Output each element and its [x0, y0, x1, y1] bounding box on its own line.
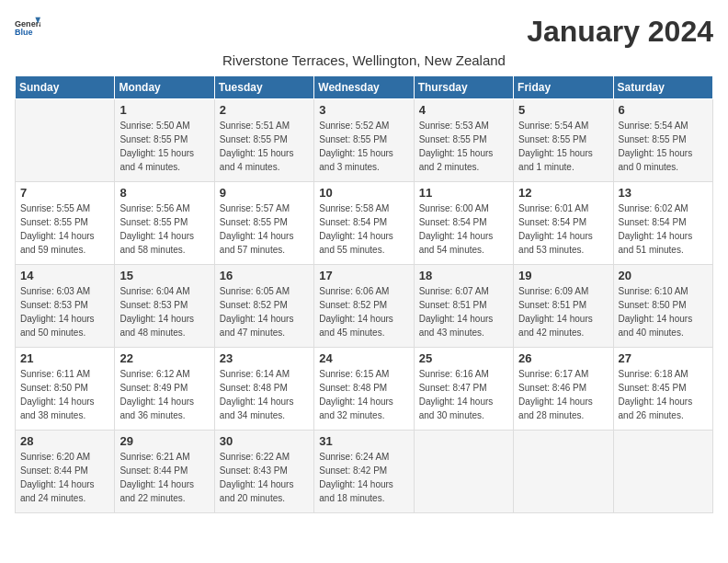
calendar-table: SundayMondayTuesdayWednesdayThursdayFrid… — [15, 75, 713, 513]
month-title: January 2024 — [527, 15, 713, 49]
day-number: 14 — [20, 269, 109, 282]
page-header: General Blue January 2024 — [15, 15, 713, 49]
calendar-week-row: 1Sunrise: 5:50 AMSunset: 8:55 PMDaylight… — [16, 99, 713, 182]
day-number: 1 — [119, 103, 209, 117]
day-info: Sunrise: 6:10 AMSunset: 8:50 PMDaylight:… — [619, 284, 708, 339]
day-info: Sunrise: 5:58 AMSunset: 8:54 PMDaylight:… — [319, 201, 408, 257]
calendar-cell: 6Sunrise: 5:54 AMSunset: 8:55 PMDaylight… — [613, 99, 712, 182]
header-day-tuesday: Tuesday — [214, 76, 313, 99]
day-number: 18 — [419, 269, 508, 282]
day-info: Sunrise: 5:55 AMSunset: 8:55 PMDaylight:… — [20, 201, 109, 257]
calendar-cell: 29Sunrise: 6:21 AMSunset: 8:44 PMDayligh… — [115, 431, 214, 513]
day-info: Sunrise: 6:11 AMSunset: 8:50 PMDaylight:… — [20, 367, 109, 422]
day-number: 26 — [518, 351, 608, 365]
day-number: 29 — [119, 434, 209, 448]
calendar-cell: 18Sunrise: 6:07 AMSunset: 8:51 PMDayligh… — [414, 265, 513, 348]
day-info: Sunrise: 6:06 AMSunset: 8:52 PMDaylight:… — [319, 284, 408, 339]
calendar-week-row: 14Sunrise: 6:03 AMSunset: 8:53 PMDayligh… — [16, 265, 713, 348]
calendar-cell: 2Sunrise: 5:51 AMSunset: 8:55 PMDaylight… — [214, 99, 313, 182]
calendar-cell: 23Sunrise: 6:14 AMSunset: 8:48 PMDayligh… — [214, 348, 313, 431]
day-info: Sunrise: 6:20 AMSunset: 8:44 PMDaylight:… — [20, 450, 109, 505]
day-number: 13 — [619, 186, 708, 200]
day-info: Sunrise: 6:16 AMSunset: 8:47 PMDaylight:… — [419, 367, 508, 422]
day-number: 16 — [220, 269, 309, 282]
calendar-cell: 31Sunrise: 6:24 AMSunset: 8:42 PMDayligh… — [314, 431, 414, 513]
logo: General Blue — [15, 15, 40, 40]
day-info: Sunrise: 6:21 AMSunset: 8:44 PMDaylight:… — [119, 450, 209, 505]
calendar-cell: 7Sunrise: 5:55 AMSunset: 8:55 PMDaylight… — [16, 182, 115, 265]
calendar-cell: 11Sunrise: 6:00 AMSunset: 8:54 PMDayligh… — [414, 182, 513, 265]
calendar-cell: 13Sunrise: 6:02 AMSunset: 8:54 PMDayligh… — [613, 182, 712, 265]
day-info: Sunrise: 6:22 AMSunset: 8:43 PMDaylight:… — [220, 450, 309, 505]
calendar-cell: 5Sunrise: 5:54 AMSunset: 8:55 PMDaylight… — [514, 99, 613, 182]
day-number: 4 — [419, 103, 508, 117]
day-info: Sunrise: 5:51 AMSunset: 8:55 PMDaylight:… — [220, 119, 309, 174]
calendar-cell: 19Sunrise: 6:09 AMSunset: 8:51 PMDayligh… — [514, 265, 613, 348]
day-number: 21 — [20, 351, 109, 365]
calendar-cell — [613, 431, 712, 513]
day-number: 17 — [319, 269, 408, 282]
day-info: Sunrise: 5:54 AMSunset: 8:55 PMDaylight:… — [619, 119, 708, 174]
calendar-cell: 17Sunrise: 6:06 AMSunset: 8:52 PMDayligh… — [314, 265, 414, 348]
day-number: 15 — [119, 269, 209, 282]
calendar-cell: 21Sunrise: 6:11 AMSunset: 8:50 PMDayligh… — [16, 348, 115, 431]
day-info: Sunrise: 6:12 AMSunset: 8:49 PMDaylight:… — [119, 367, 209, 422]
location-title: Riverstone Terraces, Wellington, New Zea… — [15, 52, 713, 68]
day-number: 23 — [220, 351, 309, 365]
day-info: Sunrise: 6:07 AMSunset: 8:51 PMDaylight:… — [419, 284, 508, 339]
day-number: 5 — [518, 103, 608, 117]
calendar-cell: 25Sunrise: 6:16 AMSunset: 8:47 PMDayligh… — [414, 348, 513, 431]
calendar-cell: 12Sunrise: 6:01 AMSunset: 8:54 PMDayligh… — [514, 182, 613, 265]
day-info: Sunrise: 6:15 AMSunset: 8:48 PMDaylight:… — [319, 367, 408, 422]
calendar-week-row: 7Sunrise: 5:55 AMSunset: 8:55 PMDaylight… — [16, 182, 713, 265]
day-info: Sunrise: 6:14 AMSunset: 8:48 PMDaylight:… — [220, 367, 309, 422]
calendar-cell: 27Sunrise: 6:18 AMSunset: 8:45 PMDayligh… — [613, 348, 712, 431]
calendar-week-row: 28Sunrise: 6:20 AMSunset: 8:44 PMDayligh… — [16, 431, 713, 513]
day-number: 27 — [619, 351, 708, 365]
day-info: Sunrise: 6:05 AMSunset: 8:52 PMDaylight:… — [220, 284, 309, 339]
calendar-week-row: 21Sunrise: 6:11 AMSunset: 8:50 PMDayligh… — [16, 348, 713, 431]
day-info: Sunrise: 6:00 AMSunset: 8:54 PMDaylight:… — [419, 201, 508, 257]
calendar-cell: 24Sunrise: 6:15 AMSunset: 8:48 PMDayligh… — [314, 348, 414, 431]
header-day-friday: Friday — [514, 76, 613, 99]
day-info: Sunrise: 6:04 AMSunset: 8:53 PMDaylight:… — [119, 284, 209, 339]
header-day-saturday: Saturday — [613, 76, 712, 99]
header-day-wednesday: Wednesday — [314, 76, 414, 99]
calendar-cell — [514, 431, 613, 513]
header-day-sunday: Sunday — [16, 76, 115, 99]
header-day-monday: Monday — [115, 76, 214, 99]
day-number: 10 — [319, 186, 408, 200]
day-info: Sunrise: 5:53 AMSunset: 8:55 PMDaylight:… — [419, 119, 508, 174]
calendar-cell: 16Sunrise: 6:05 AMSunset: 8:52 PMDayligh… — [214, 265, 313, 348]
day-info: Sunrise: 5:50 AMSunset: 8:55 PMDaylight:… — [119, 119, 209, 174]
calendar-cell — [16, 99, 115, 182]
day-number: 6 — [619, 103, 708, 117]
day-number: 8 — [119, 186, 209, 200]
calendar-cell: 15Sunrise: 6:04 AMSunset: 8:53 PMDayligh… — [115, 265, 214, 348]
day-number: 22 — [119, 351, 209, 365]
calendar-cell: 10Sunrise: 5:58 AMSunset: 8:54 PMDayligh… — [314, 182, 414, 265]
day-info: Sunrise: 6:03 AMSunset: 8:53 PMDaylight:… — [20, 284, 109, 339]
calendar-cell: 26Sunrise: 6:17 AMSunset: 8:46 PMDayligh… — [514, 348, 613, 431]
day-number: 2 — [220, 103, 309, 117]
day-number: 24 — [319, 351, 408, 365]
calendar-cell: 1Sunrise: 5:50 AMSunset: 8:55 PMDaylight… — [115, 99, 214, 182]
day-info: Sunrise: 6:24 AMSunset: 8:42 PMDaylight:… — [319, 450, 408, 505]
day-number: 12 — [518, 186, 608, 200]
calendar-cell: 22Sunrise: 6:12 AMSunset: 8:49 PMDayligh… — [115, 348, 214, 431]
calendar-cell: 9Sunrise: 5:57 AMSunset: 8:55 PMDaylight… — [214, 182, 313, 265]
day-info: Sunrise: 6:18 AMSunset: 8:45 PMDaylight:… — [619, 367, 708, 422]
calendar-body: 1Sunrise: 5:50 AMSunset: 8:55 PMDaylight… — [16, 99, 713, 513]
day-info: Sunrise: 5:57 AMSunset: 8:55 PMDaylight:… — [220, 201, 309, 257]
day-number: 25 — [419, 351, 508, 365]
day-info: Sunrise: 6:01 AMSunset: 8:54 PMDaylight:… — [518, 201, 608, 257]
day-info: Sunrise: 6:02 AMSunset: 8:54 PMDaylight:… — [619, 201, 708, 257]
day-info: Sunrise: 6:09 AMSunset: 8:51 PMDaylight:… — [518, 284, 608, 339]
calendar-cell: 8Sunrise: 5:56 AMSunset: 8:55 PMDaylight… — [115, 182, 214, 265]
day-info: Sunrise: 5:56 AMSunset: 8:55 PMDaylight:… — [119, 201, 209, 257]
day-number: 19 — [518, 269, 608, 282]
day-number: 28 — [20, 434, 109, 448]
calendar-cell: 30Sunrise: 6:22 AMSunset: 8:43 PMDayligh… — [214, 431, 313, 513]
day-number: 3 — [319, 103, 408, 117]
day-number: 20 — [619, 269, 708, 282]
